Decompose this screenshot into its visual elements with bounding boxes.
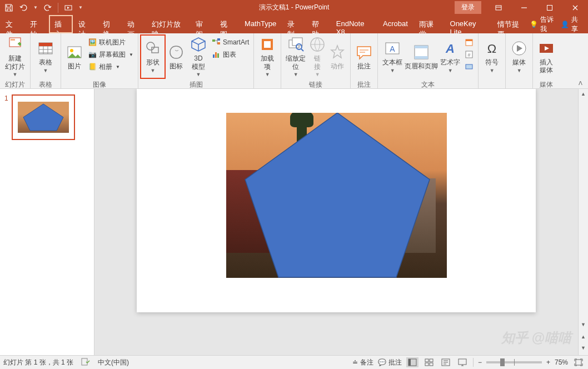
slide-canvas[interactable] [137,89,536,312]
tab-file[interactable]: 文件 [0,15,24,33]
previous-slide-icon[interactable]: ▲ [581,332,586,342]
login-button[interactable]: 登录 [455,1,481,14]
online-picture-button[interactable]: 🖼️联机图片 [86,36,136,48]
vertical-scrollbar[interactable]: ▲ ▼ ▲ ▼ [578,89,588,355]
link-button[interactable]: 链 接 ▼ [308,35,327,78]
customize-qat-icon[interactable]: ▼ [78,5,83,10]
group-insert-media: 插入 媒体 媒体 [533,33,560,88]
slide-thumbnails-pane[interactable]: 1 [0,89,94,355]
tab-acrobat[interactable]: Acrobat [377,15,413,33]
undo-icon[interactable] [19,3,28,12]
notes-icon: ≐ [352,358,358,366]
chart-button[interactable]: 图表 [210,48,251,61]
quick-access-toolbar: ▼ ▼ [0,3,87,13]
zoom-out-button[interactable]: − [478,358,482,366]
shapes-button[interactable]: 形状 ▼ [141,35,165,78]
redo-icon[interactable] [43,3,52,12]
tab-mathtype[interactable]: MathType [239,15,282,33]
wordart-button[interactable]: A 艺术字 ▼ [438,35,462,78]
group-illustrations: 形状 ▼ 图标 3D 模型 ▼ SmartArt 图表 插图 [138,33,254,88]
tell-me-button[interactable]: 💡告诉我 [530,15,557,34]
svg-rect-2 [547,5,552,10]
scroll-down-icon[interactable]: ▼ [581,320,586,330]
tab-animations[interactable]: 动画 [122,15,146,33]
collapse-ribbon-button[interactable]: ᐱ [576,79,585,87]
sorter-view-button[interactable] [423,357,435,367]
start-from-beginning-icon[interactable] [64,3,73,12]
svg-rect-18 [264,41,271,48]
maximize-button[interactable] [537,0,562,15]
tab-review[interactable]: 审阅 [190,15,215,33]
tab-home[interactable]: 开始 [24,15,49,33]
zoom-icon [287,36,305,53]
svg-rect-33 [466,64,472,69]
album-button[interactable]: 📒相册▼ [86,61,136,73]
slide-editor[interactable] [94,89,578,355]
normal-view-button[interactable] [406,357,418,367]
reading-view-button[interactable] [440,357,452,367]
zoom-in-button[interactable]: + [546,358,550,366]
tab-design[interactable]: 设计 [73,15,97,33]
tab-endnote[interactable]: EndNote X8 [331,15,377,33]
svg-rect-26 [415,46,428,48]
smartart-button[interactable]: SmartArt [210,36,251,48]
video-icon [537,39,555,57]
notes-button[interactable]: ≐备注 [352,358,373,367]
ribbon-display-options-icon[interactable] [486,0,511,15]
tab-transitions[interactable]: 切换 [97,15,122,33]
slide-image[interactable] [226,113,447,278]
share-button[interactable]: 👤共享 [561,15,582,34]
tab-view[interactable]: 视图 [215,15,239,33]
tab-storyboard[interactable]: 情节提要 [492,15,530,33]
slideshow-view-button[interactable] [456,357,469,367]
zoom-slider[interactable] [486,361,542,363]
picture-button[interactable]: 图片 [63,35,86,78]
svg-rect-14 [213,54,215,58]
close-button[interactable] [562,0,588,15]
new-slide-button[interactable]: 新建 幻灯片 ▼ [2,35,28,78]
slide-thumbnail-1[interactable] [12,94,75,140]
number-icon: # [465,50,474,59]
insert-media-button[interactable]: 插入 媒体 [535,35,557,78]
svg-rect-13 [217,42,220,44]
tab-slideshow[interactable]: 幻灯片放映 [146,15,191,33]
tab-help[interactable]: 帮助 [306,15,331,33]
tab-record[interactable]: 录制 [282,15,306,33]
svg-rect-41 [408,359,411,366]
tab-onekey[interactable]: OneKey Lite [445,15,492,33]
scroll-up-icon[interactable]: ▲ [581,89,586,99]
slide-counter[interactable]: 幻灯片 第 1 张，共 1 张 [3,358,73,367]
zoom-button[interactable]: 缩放定 位 ▼ [283,35,308,78]
tab-insert[interactable]: 插入 [49,15,73,33]
zoom-slider-thumb[interactable] [500,358,505,366]
ribbon: 新建 幻灯片 ▼ 幻灯片 表格 ▼ 表格 图片 🖼️联机图片 📷屏幕截图▼ 📒 [0,33,588,89]
comments-button[interactable]: 💬批注 [378,358,402,367]
screenshot-icon: 📷 [88,50,97,59]
object-button[interactable] [462,61,476,73]
table-button[interactable]: 表格 ▼ [33,35,58,78]
fit-to-window-button[interactable] [572,357,585,367]
header-footer-button[interactable]: 页眉和页脚 [405,35,438,78]
tab-rain[interactable]: 雨课堂 [413,15,445,33]
screenshot-button[interactable]: 📷屏幕截图▼ [86,48,136,61]
3d-model-button[interactable]: 3D 模型 ▼ [187,35,210,78]
media-button[interactable]: 媒体 ▼ [508,35,530,78]
spell-check-icon[interactable] [81,358,90,367]
date-time-button[interactable] [462,36,476,48]
group-label-slides: 幻灯片 [0,80,30,91]
symbol-button[interactable]: Ω 符号 ▼ [481,35,503,78]
minimize-button[interactable] [511,0,537,15]
icons-button[interactable]: 图标 [165,35,187,78]
comment-button[interactable]: 批注 [353,35,375,78]
zoom-level[interactable]: 75% [555,358,568,366]
undo-dropdown-icon[interactable]: ▼ [33,5,38,10]
addins-button[interactable]: 加载 项 ▼ [256,35,278,78]
svg-rect-45 [430,363,433,366]
textbox-button[interactable]: A 文本框 ▼ [380,35,405,78]
language-indicator[interactable]: 中文(中国) [98,358,129,367]
next-slide-icon[interactable]: ▼ [581,343,586,353]
slide-number-button[interactable]: # [462,48,476,61]
save-icon[interactable] [4,3,13,12]
pentagon-shape[interactable] [243,113,432,278]
action-button[interactable]: 动作 [327,35,348,78]
